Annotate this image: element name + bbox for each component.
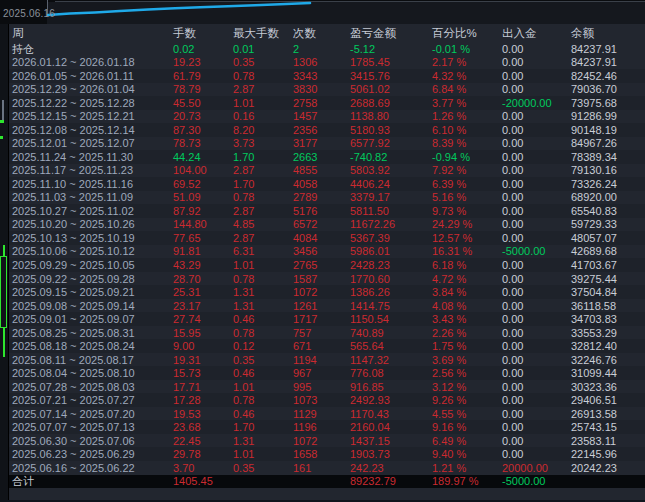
header-max-lots[interactable]: 最大手数	[233, 28, 279, 40]
cell-cashflow: 0.00	[502, 151, 523, 162]
table-row[interactable]: 2025.11.24 ~ 2025.11.30 44.24 1.70 2663 …	[9, 150, 645, 164]
cell-percent: 4.08 %	[432, 300, 466, 311]
table-row[interactable]: 2025.06.16 ~ 2025.06.22 3.70 0.35 161 24…	[9, 461, 645, 475]
cell-balance: 37504.84	[571, 287, 617, 298]
cell-cashflow: 0.00	[502, 219, 523, 230]
cell-count: 3456	[293, 246, 317, 257]
cell-lots: 23.17	[173, 300, 201, 311]
cell-percent: 7.92 %	[432, 165, 466, 176]
cell-week: 2025.07.28 ~ 2025.08.03	[12, 381, 135, 392]
table-row[interactable]: 合计 1405.45 89232.79 189.97 % -5000.00	[9, 475, 645, 489]
header-cashflow[interactable]: 出入金	[502, 28, 537, 40]
cell-balance: 23583.11	[571, 435, 616, 446]
cell-balance: 42689.68	[571, 246, 617, 257]
cell-week: 2025.10.13 ~ 2025.10.19	[12, 232, 135, 243]
cell-count: 967	[293, 368, 311, 379]
table-row[interactable]: 2025.12.15 ~ 2025.12.21 20.73 0.16 1457 …	[9, 110, 645, 124]
table-row[interactable]: 2026.01.05 ~ 2026.01.11 61.79 0.78 3343 …	[9, 69, 645, 83]
table-row[interactable]: 2025.10.27 ~ 2025.11.02 87.92 2.87 5176 …	[9, 204, 645, 218]
cell-percent: 9.16 %	[432, 422, 466, 433]
table-row[interactable]: 2025.09.22 ~ 2025.09.28 28.70 0.78 1587 …	[9, 272, 645, 286]
cell-lots: 22.45	[173, 435, 201, 446]
cell-balance: 33553.29	[571, 327, 617, 338]
table-row[interactable]: 2025.10.13 ~ 2025.10.19 77.65 2.87 4084 …	[9, 231, 645, 245]
table-row[interactable]: 2025.10.20 ~ 2025.10.26 144.80 4.85 6572…	[9, 218, 645, 232]
cell-max-lots: 1.31	[233, 287, 254, 298]
table-row[interactable]: 2025.07.07 ~ 2025.07.13 23.68 1.70 1196 …	[9, 420, 645, 434]
cell-cashflow: 0.00	[502, 408, 523, 419]
equity-curve-line	[0, 0, 645, 24]
header-count[interactable]: 次数	[293, 28, 316, 40]
cell-max-lots: 4.85	[233, 219, 254, 230]
cell-max-lots: 1.01	[233, 97, 254, 108]
table-row[interactable]: 2025.07.28 ~ 2025.08.03 17.71 1.01 995 9…	[9, 380, 645, 394]
header-percent[interactable]: 百分比%	[432, 28, 477, 40]
cell-cashflow: -20000.00	[502, 97, 552, 108]
cell-balance: 59729.33	[571, 219, 617, 230]
cell-count: 2789	[293, 192, 317, 203]
table-row[interactable]: 2025.09.29 ~ 2025.10.05 43.29 1.01 2765 …	[9, 258, 645, 272]
table-row[interactable]: 2025.08.18 ~ 2025.08.24 9.00 0.12 671 56…	[9, 339, 645, 353]
cell-pnl: 89232.79	[350, 476, 396, 487]
table-row[interactable]: 2025.11.03 ~ 2025.11.09 51.09 0.78 2789 …	[9, 191, 645, 205]
cell-cashflow: 0.00	[502, 327, 523, 338]
cell-week: 2025.09.08 ~ 2025.09.14	[12, 300, 135, 311]
cell-count: 5176	[293, 205, 317, 216]
cell-week: 2025.08.11 ~ 2025.08.17	[12, 354, 134, 365]
cell-balance: 29406.51	[571, 395, 617, 406]
cell-count: 4855	[293, 165, 317, 176]
table-row[interactable]: 2025.12.22 ~ 2025.12.28 45.50 1.01 2758 …	[9, 96, 645, 110]
table-row[interactable]: 2025.09.15 ~ 2025.09.21 25.31 1.31 1072 …	[9, 285, 645, 299]
table-row[interactable]: 2025.09.01 ~ 2025.09.07 27.74 0.46 1717 …	[9, 312, 645, 326]
table-row[interactable]: 2025.06.23 ~ 2025.06.29 29.78 1.01 1658 …	[9, 447, 645, 461]
cell-pnl: 740.89	[350, 327, 384, 338]
cell-pnl: 3415.76	[350, 70, 390, 81]
table-row[interactable]: 2025.08.11 ~ 2025.08.17 19.31 0.35 1194 …	[9, 353, 645, 367]
table-row[interactable]: 2025.08.25 ~ 2025.08.31 15.95 0.78 757 7…	[9, 326, 645, 340]
table-row[interactable]: 2025.07.21 ~ 2025.07.27 17.28 0.78 1073 …	[9, 393, 645, 407]
cell-lots: 104.00	[173, 165, 207, 176]
header-lots[interactable]: 手数	[173, 28, 196, 40]
table-row[interactable]: 2026.01.12 ~ 2026.01.18 19.23 0.35 1306 …	[9, 56, 645, 70]
cell-max-lots: 3.73	[233, 138, 254, 149]
cell-pnl: 776.08	[350, 368, 384, 379]
cell-week: 2025.11.10 ~ 2025.11.16	[12, 178, 133, 189]
table-row[interactable]: 2025.11.10 ~ 2025.11.16 69.52 1.70 4058 …	[9, 177, 645, 191]
table-row[interactable]: 2025.12.29 ~ 2026.01.04 78.79 2.87 3830 …	[9, 83, 645, 97]
cell-lots: 3.70	[173, 462, 194, 473]
table-row[interactable]: 2025.12.08 ~ 2025.12.14 87.30 8.20 2356 …	[9, 123, 645, 137]
cell-week: 2025.09.01 ~ 2025.09.07	[12, 314, 135, 325]
cell-cashflow: 0.00	[502, 368, 523, 379]
table-row[interactable]: 2025.12.01 ~ 2025.12.07 78.73 3.73 3177 …	[9, 137, 645, 151]
cell-max-lots: 0.78	[233, 395, 254, 406]
table-row[interactable]: 2025.09.08 ~ 2025.09.14 23.17 1.31 1261 …	[9, 299, 645, 313]
cell-percent: 2.17 %	[432, 57, 466, 68]
table-row[interactable]: 2025.11.17 ~ 2025.11.23 104.00 2.87 4855…	[9, 164, 645, 178]
cell-count: 1073	[293, 395, 317, 406]
cell-pnl: 5803.92	[350, 165, 390, 176]
header-balance[interactable]: 余额	[571, 28, 594, 40]
cell-cashflow: 0.00	[502, 314, 523, 325]
table-row[interactable]: 持仓 0.02 0.01 2 -5.12 -0.01 % 0.00 84237.…	[9, 42, 645, 56]
cell-count: 757	[293, 327, 311, 338]
table-row[interactable]: 2025.10.06 ~ 2025.10.12 91.81 6.31 3456 …	[9, 245, 645, 259]
table-row[interactable]: 2025.06.30 ~ 2025.07.06 22.45 1.31 1072 …	[9, 434, 645, 448]
table-row[interactable]: 2025.08.04 ~ 2025.08.10 15.73 0.46 967 7…	[9, 366, 645, 380]
cell-pnl: 1147.32	[350, 354, 389, 365]
cell-lots: 51.09	[173, 192, 201, 203]
table-row[interactable]: 2025.07.14 ~ 2025.07.20 19.53 0.46 1129 …	[9, 407, 645, 421]
cell-percent: 2.26 %	[432, 327, 466, 338]
cell-cashflow: 0.00	[502, 273, 523, 284]
cell-lots: 20.73	[173, 111, 201, 122]
cell-cashflow: 0.00	[502, 422, 523, 433]
header-pnl[interactable]: 盈亏金额	[350, 28, 396, 40]
cell-lots: 87.30	[173, 124, 201, 135]
cell-lots: 25.31	[173, 287, 201, 298]
cell-max-lots: 2.87	[233, 205, 254, 216]
cell-week: 2025.06.30 ~ 2025.07.06	[12, 435, 135, 446]
cell-balance: 79036.70	[571, 84, 617, 95]
cell-pnl: 2688.69	[350, 97, 390, 108]
cell-week: 2025.11.17 ~ 2025.11.23	[12, 165, 133, 176]
cell-lots: 19.53	[173, 408, 201, 419]
header-week[interactable]: 周	[12, 28, 24, 40]
